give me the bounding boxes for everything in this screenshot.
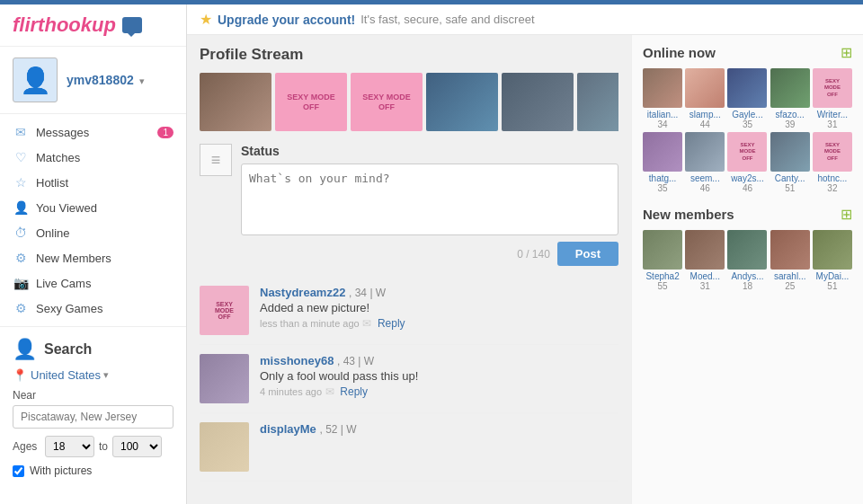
messages-icon: ✉: [13, 125, 29, 139]
status-icon: ≡: [200, 144, 232, 176]
sidebar-item-you-viewed[interactable]: 👤 You Viewed: [0, 195, 186, 220]
status-section: ≡ Status 0 / 140 Post: [200, 144, 618, 266]
new-members-grid-icon[interactable]: ⊞: [841, 206, 852, 223]
sidebar-item-hotlist[interactable]: ☆ Hotlist: [0, 170, 186, 195]
feed-avatar-displayme[interactable]: [200, 422, 249, 472]
new-member-age-1: 55: [658, 281, 668, 291]
online-thumb-9[interactable]: [770, 132, 810, 172]
username-dropdown-arrow[interactable]: ▾: [139, 75, 145, 86]
search-person-icon: 👤: [13, 338, 37, 361]
nav-label-online: Online: [36, 226, 70, 240]
sidebar-item-new-members[interactable]: ⚙ New Members: [0, 245, 186, 270]
online-thumb-3[interactable]: [727, 68, 767, 108]
photo-thumb-2[interactable]: SEXY MODEOFF: [275, 73, 347, 131]
content-area: Profile Stream SEXY MODEOFF SEXY MODEOFF: [187, 35, 863, 504]
online-member-8: SEXYMODEOFF way2s... 46: [727, 132, 767, 193]
feed-message-misshoney: Only a fool would pass this up!: [260, 369, 618, 383]
feed-meta-displayme: , 52 | W: [319, 423, 356, 436]
online-thumb-1[interactable]: [643, 68, 682, 108]
feed-avatar-misshoney[interactable]: [200, 354, 249, 403]
wrapper: flirthookup 👤 ymv818802 ▾ ✉ Messages 1 ♡…: [0, 4, 863, 504]
feed-item-misshoney: misshoney68 , 43 | W Only a fool would p…: [200, 345, 618, 413]
location-dropdown-arrow[interactable]: ▾: [103, 369, 109, 381]
online-member-10: SEXYMODEOFF hotnc... 32: [813, 132, 852, 193]
online-thumb-2[interactable]: [685, 68, 725, 108]
online-member-1: italian... 34: [643, 68, 682, 129]
feed-username-displayme[interactable]: displayMe: [260, 422, 316, 436]
online-name-1: italian...: [647, 110, 678, 119]
post-button[interactable]: Post: [557, 242, 618, 266]
sidebar: flirthookup 👤 ymv818802 ▾ ✉ Messages 1 ♡…: [0, 4, 187, 504]
photo-thumb-5[interactable]: [502, 73, 574, 131]
avatar: 👤: [13, 57, 58, 102]
profile-stream: Profile Stream SEXY MODEOFF SEXY MODEOFF: [187, 35, 631, 504]
sidebar-item-messages[interactable]: ✉ Messages 1: [0, 119, 186, 145]
online-thumb-8[interactable]: SEXYMODEOFF: [727, 132, 767, 172]
new-member-thumb-2[interactable]: [685, 230, 725, 270]
new-member-2: Moed... 31: [685, 230, 725, 291]
sidebar-item-sexy-games[interactable]: ⚙ Sexy Games: [0, 296, 186, 321]
reply-mail-icon-1: ✉: [362, 317, 371, 330]
new-member-thumb-1[interactable]: [643, 230, 682, 270]
feed-message-nastydreamz: Added a new picture!: [260, 301, 618, 314]
sidebar-item-live-cams[interactable]: 📷 Live Cams: [0, 270, 186, 296]
feed-avatar-nastydreamz[interactable]: SEXYMODEOFF: [200, 286, 249, 335]
online-member-2: slamp... 44: [685, 68, 725, 129]
sexy-mode-online-8: SEXYMODEOFF: [739, 142, 755, 162]
sidebar-item-online[interactable]: ⏱ Online: [0, 220, 186, 245]
user-area: 👤 ymv818802 ▾: [0, 47, 186, 114]
nav-label-matches: Matches: [36, 151, 80, 164]
photo-thumb-4[interactable]: [426, 73, 498, 131]
reply-link-nastydreamz[interactable]: Reply: [378, 317, 405, 330]
online-member-3: Gayle... 35: [727, 68, 767, 129]
with-pictures-row: With pictures: [13, 464, 173, 477]
location-link[interactable]: United States: [31, 368, 101, 382]
feed-username-misshoney[interactable]: misshoney68: [260, 354, 334, 367]
new-member-thumb-5[interactable]: [813, 230, 852, 270]
online-age-5: 31: [827, 119, 837, 129]
with-pictures-label: With pictures: [30, 464, 92, 477]
status-footer: 0 / 140 Post: [241, 242, 618, 266]
feed-sexy-mode-text: SEXYMODEOFF: [215, 301, 234, 320]
username[interactable]: ymv818802: [67, 73, 134, 87]
search-area: 👤 Search 📍 United States ▾ Near Ages 18 …: [0, 327, 186, 488]
you-viewed-icon: 👤: [13, 200, 29, 215]
ages-to-label: to: [99, 440, 108, 453]
new-member-thumb-3[interactable]: [727, 230, 767, 270]
online-member-grid: italian... 34 slamp... 44 Gayle... 35: [643, 68, 852, 193]
status-textarea[interactable]: [241, 164, 618, 235]
online-thumb-4[interactable]: [770, 68, 810, 108]
online-name-10: hotnc...: [817, 173, 847, 183]
nav-label-new-members: New Members: [36, 252, 111, 265]
online-thumb-5[interactable]: SEXYMODEOFF: [813, 68, 852, 108]
feed-content-displayme: displayMe , 52 | W: [260, 422, 618, 436]
new-member-thumb-4[interactable]: [770, 230, 810, 270]
stream-title: Profile Stream: [200, 46, 618, 64]
photo-thumb-3[interactable]: SEXY MODEOFF: [351, 73, 423, 131]
username-area: ymv818802 ▾: [67, 73, 145, 87]
nav-label-you-viewed: You Viewed: [36, 201, 97, 215]
nav-label-messages: Messages: [36, 126, 89, 139]
online-thumb-10[interactable]: SEXYMODEOFF: [813, 132, 852, 172]
age-from-select[interactable]: 18: [45, 436, 94, 457]
online-age-10: 32: [827, 183, 837, 193]
online-name-3: Gayle...: [732, 110, 762, 119]
new-member-4: sarahl... 25: [770, 230, 810, 291]
photo-thumb-1[interactable]: [200, 73, 271, 131]
sidebar-item-matches[interactable]: ♡ Matches: [0, 145, 186, 170]
with-pictures-checkbox[interactable]: [13, 465, 24, 477]
feed-content-misshoney: misshoney68 , 43 | W Only a fool would p…: [260, 354, 618, 398]
online-grid-icon[interactable]: ⊞: [841, 44, 852, 61]
near-input[interactable]: [13, 405, 173, 429]
photo-thumb-6[interactable]: [577, 73, 618, 131]
age-to-select[interactable]: 100: [112, 436, 162, 457]
feed-username-nastydreamz[interactable]: Nastydreamz22: [260, 286, 345, 299]
upgrade-link[interactable]: Upgrade your account!: [218, 13, 355, 27]
feed-item-displayme: displayMe , 52 | W: [200, 413, 618, 482]
reply-link-misshoney[interactable]: Reply: [340, 385, 368, 398]
online-member-9: Canty... 51: [770, 132, 810, 193]
online-thumb-6[interactable]: [643, 132, 682, 172]
online-thumb-7[interactable]: [685, 132, 725, 172]
new-member-name-3: Andys...: [731, 271, 763, 281]
new-member-age-5: 51: [827, 281, 837, 291]
